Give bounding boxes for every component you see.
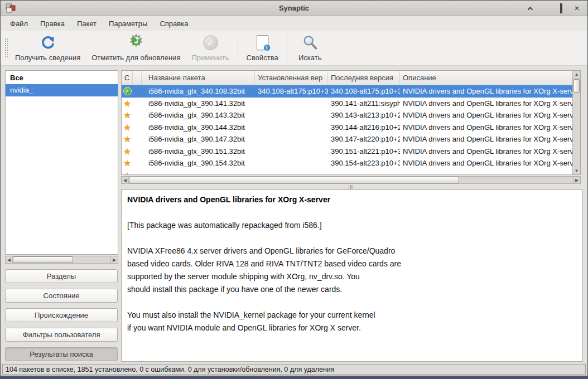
latest-version-cell: 390.144-alt216:p10+2	[328, 123, 400, 132]
filter-list-hscrollbar[interactable]: ◀ ▶	[5, 256, 118, 264]
package-status-cell: ★	[122, 99, 133, 108]
package-status-cell: ✓	[122, 87, 133, 95]
toolbar-apply-button[interactable]: ✓Применить	[186, 32, 234, 65]
package-name-cell: i586-nvidia_glx_390.143.32bit	[142, 111, 255, 119]
description-paragraph: NVIDIA XFree86 4.x server drivers and Op…	[127, 245, 577, 296]
description-cell: NVIDIA drivers and OpenGL libraries for …	[400, 99, 572, 108]
filter-button-search-results[interactable]: Результаты поиска	[5, 347, 118, 361]
table-row[interactable]: ★i586-nvidia_glx_390.144.32bit390.144-al…	[122, 122, 572, 134]
menubar: ФайлПравкаПакетПараметрыСправка	[1, 16, 587, 31]
scroll-left-arrow-icon[interactable]: ◀	[6, 256, 13, 263]
toolbar-properties-label: Свойства	[247, 54, 278, 62]
table-row[interactable]: ★i586-nvidia_glx_390.147.32bit390.147-al…	[122, 133, 572, 145]
menu-item-file[interactable]: Файл	[4, 16, 34, 31]
description-line: based video cards. Older RIVA 128 and RI…	[127, 257, 577, 270]
shade-icon	[527, 6, 533, 11]
refresh-icon	[38, 34, 57, 52]
table-header-cell-description[interactable]: Описание	[400, 71, 572, 85]
table-header-cell-icon[interactable]	[133, 71, 142, 85]
toolbar-reload-button[interactable]: Получить сведения	[9, 32, 86, 65]
table-row[interactable]: ★i586-nvidia_glx_390.143.32bit390.143-al…	[122, 109, 572, 122]
package-name-cell: i586-nvidia_glx_390.147.32bit	[142, 135, 255, 143]
latest-version-cell: 340.108-alt175:p10+3	[328, 87, 400, 95]
package-name-cell: i586-nvidia_glx_390.151.32bit	[142, 147, 255, 156]
titlebar[interactable]: Synaptic ✕	[1, 1, 587, 16]
window-title: Synaptic	[1, 4, 587, 12]
description-cell: NVIDIA drivers and OpenGL libraries for …	[400, 111, 572, 119]
window-controls: ✕	[524, 3, 583, 14]
supported-star-icon: ★	[123, 99, 131, 108]
table-row[interactable]: ★i586-nvidia_glx_390.141.32bit390.141-al…	[122, 98, 572, 110]
description-paragraph: You must also install the NVIDIA_kernel …	[127, 309, 577, 334]
filter-list-header-all[interactable]: Все	[6, 71, 118, 84]
table-row[interactable]: ✓i586-nvidia_glx_340.108.32bit340.108-al…	[122, 85, 572, 98]
table-row[interactable]: ★i586-nvidia_glx_390.151.32bit390.151-al…	[122, 145, 572, 158]
menu-item-package[interactable]: Пакет	[71, 16, 103, 31]
package-name-cell: i586-nvidia_glx_340.108.32bit	[142, 87, 255, 95]
toolbar-apply-label: Применить	[191, 54, 229, 62]
supported-star-icon: ★	[123, 159, 131, 167]
table-header-cell-name[interactable]: Название пакета	[142, 71, 255, 85]
latest-version-cell: 390.154-alt223:p10+3	[328, 159, 400, 167]
statusbar: 104 пакетов в списке, 1851 установлено, …	[1, 363, 587, 376]
supported-star-icon: ★	[123, 147, 131, 156]
maximize-button[interactable]	[555, 3, 567, 14]
vscroll-thumb[interactable]	[573, 79, 580, 93]
table-row[interactable]: ★i586-nvidia_glx_390.154.32bit390.154-al…	[122, 157, 572, 169]
scroll-right-arrow-icon[interactable]: ▶	[110, 256, 118, 263]
description-paragraph: [This package was automatically repackag…	[127, 219, 577, 232]
description-title: NVIDIA drivers and OpenGL libraries for …	[127, 193, 577, 206]
description-cell: NVIDIA drivers and OpenGL libraries for …	[400, 147, 572, 156]
maximize-icon	[560, 4, 562, 12]
package-table-hscrollbar[interactable]: ◀ ▶	[121, 176, 581, 184]
filter-button-origin[interactable]: Происхождение	[5, 308, 118, 322]
package-description-panel: NVIDIA drivers and OpenGL libraries for …	[121, 190, 583, 362]
hscroll-thumb[interactable]	[13, 256, 73, 263]
magnifier-icon	[301, 34, 320, 52]
description-cell: NVIDIA drivers and OpenGL libraries for …	[400, 123, 572, 132]
menu-item-settings[interactable]: Параметры	[103, 16, 153, 31]
close-icon: ✕	[574, 4, 580, 12]
latest-version-cell: 390.141-alt211:sisyph	[328, 99, 400, 108]
synaptic-logo-icon	[5, 3, 16, 14]
status-text: 104 пакетов в списке, 1851 установлено, …	[2, 364, 586, 375]
shade-button[interactable]	[524, 3, 536, 14]
toolbar-properties-button[interactable]: iСвойства	[241, 32, 284, 65]
window-bottom-border	[1, 376, 587, 379]
package-table-vscrollbar[interactable]: ▲ ▼	[572, 71, 580, 174]
toolbar-mark-all-upgrades-button[interactable]: ⚙↻Отметить для обновления	[86, 32, 186, 65]
latest-version-cell: 390.143-alt213:p10+2	[328, 111, 400, 119]
supported-star-icon: ★	[123, 171, 131, 174]
latest-version-cell: 390.147-alt220:p10+2	[328, 135, 400, 143]
package-status-cell: ★	[122, 123, 133, 132]
description-line: if you want NVIDIA module and OpenGL lib…	[127, 322, 577, 334]
minimize-button[interactable]	[539, 3, 552, 14]
filter-list-item[interactable]: nvidia_	[6, 84, 118, 96]
pane-splitter-handle[interactable]	[121, 184, 581, 189]
package-table: СНазвание пакетаУстановленная верПоследн…	[121, 70, 581, 175]
table-header-cell-installed[interactable]: Установленная вер	[255, 71, 328, 85]
latest-version-cell: 390.151-alt221:p10+3	[328, 147, 400, 156]
scroll-right-arrow-icon[interactable]: ▶	[573, 177, 580, 183]
description-line: NVIDIA XFree86 4.x server drivers and Op…	[127, 245, 577, 257]
menu-item-edit[interactable]: Правка	[34, 16, 71, 31]
toolbar-search-button[interactable]: Искать	[290, 32, 330, 65]
menu-item-help[interactable]: Справка	[153, 16, 194, 31]
apply-check-icon: ✓	[201, 34, 220, 52]
toolbar-mark-all-upgrades-label: Отметить для обновления	[91, 54, 180, 62]
close-button[interactable]: ✕	[571, 3, 583, 14]
filter-button-custom-filters[interactable]: Фильтры пользователя	[5, 328, 118, 342]
table-row[interactable]: ★	[122, 169, 572, 175]
scroll-down-arrow-icon[interactable]: ▼	[573, 167, 580, 174]
scroll-up-arrow-icon[interactable]: ▲	[573, 71, 580, 79]
toolbar-separator	[238, 35, 238, 61]
filter-button-sections[interactable]: Разделы	[5, 269, 118, 283]
filter-button-status[interactable]: Состояние	[5, 289, 118, 303]
supported-star-icon: ★	[123, 111, 131, 119]
toolbar-drag-handle[interactable]	[4, 37, 8, 59]
table-header-cell-status[interactable]: С	[122, 71, 133, 85]
scroll-left-arrow-icon[interactable]: ◀	[122, 177, 129, 183]
hscroll-thumb[interactable]	[129, 177, 459, 183]
package-status-cell: ★	[122, 147, 133, 156]
table-header-cell-latest[interactable]: Последняя версия	[328, 71, 400, 85]
